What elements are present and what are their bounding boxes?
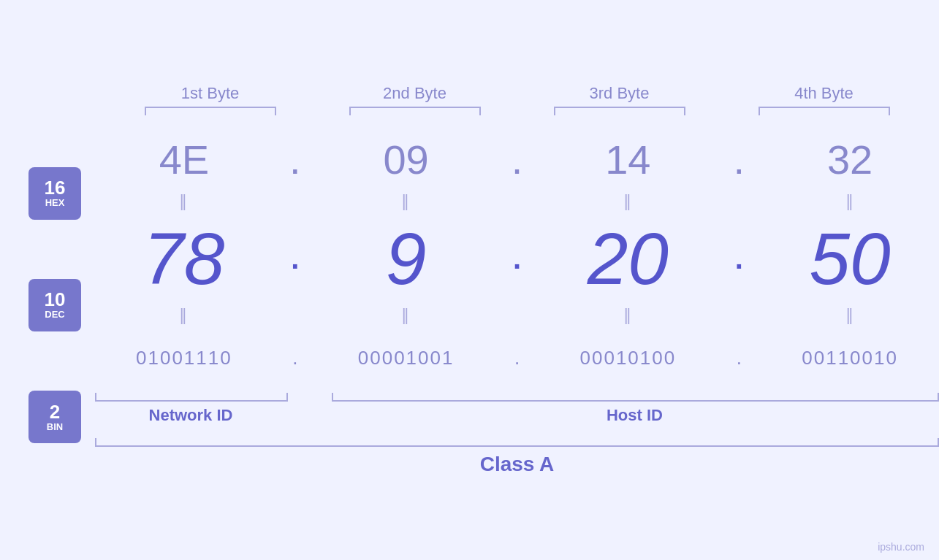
class-label: Class A [95,453,939,476]
hex-cell-2: 09 [317,136,495,183]
dec-val-4: 50 [810,217,891,301]
byte-header-1: 1st Byte [130,84,291,103]
hex-cell-4: 32 [761,136,939,183]
hex-sep-2: . [495,136,539,183]
byte-header-2: 2nd Byte [335,84,495,103]
bin-badge-label: BIN [47,421,63,432]
hex-cell-3: 14 [539,136,718,183]
dec-sep-3: . [717,242,761,275]
bin-cell-4: 00110010 [761,347,939,369]
bin-sep-3: . [717,347,761,369]
bin-badge: 2 BIN [28,391,81,443]
bin-val-2: 00001001 [358,347,455,369]
dec-val-2: 9 [386,217,427,301]
eq2-1: ‖ [95,306,273,325]
bin-sep-1: . [273,347,317,369]
dec-row: 78 . 9 . 20 . [95,215,939,302]
dec-val-3: 20 [588,217,669,301]
byte-headers-row: 1st Byte 2nd Byte 3rd Byte 4th Byte [130,84,905,103]
bottom-brackets [95,393,939,402]
dec-badge-num: 10 [45,290,66,309]
network-bracket [95,393,288,402]
eq1-2: ‖ [317,192,495,211]
bin-val-1: 01001110 [136,347,232,369]
badges-column: 16 HEX 10 DEC 2 BIN [0,130,95,473]
eq2-3: ‖ [539,306,718,325]
bracket-top-4 [744,107,905,115]
eq1-3: ‖ [539,192,718,211]
host-bracket [332,393,939,402]
equals-row-1: ‖ ‖ ‖ ‖ [95,188,939,215]
hex-val-4: 32 [827,136,873,183]
bracket-top-2 [335,107,495,115]
eq1-4: ‖ [761,192,939,211]
bin-val-4: 00110010 [802,347,898,369]
main-container: 1st Byte 2nd Byte 3rd Byte 4th Byte [0,0,939,560]
full-layout: 1st Byte 2nd Byte 3rd Byte 4th Byte [0,84,939,476]
bin-row: 01001110 . 00001001 . 00010100 [95,329,939,387]
bracket-top-3 [539,107,700,115]
hex-val-2: 09 [383,136,428,183]
dec-val-1: 78 [143,217,224,301]
network-id-label: Network ID [95,406,286,425]
eq1-1: ‖ [95,192,273,211]
bin-cell-2: 00001001 [317,347,495,369]
bin-val-3: 00010100 [580,347,677,369]
eq2-2: ‖ [317,306,495,325]
byte-header-3: 3rd Byte [539,84,700,103]
id-labels-row: Network ID Host ID [95,406,939,425]
values-grid: 4E . 09 . 14 . [95,130,939,476]
dec-badge-label: DEC [45,309,64,320]
dec-sep-2: . [495,242,539,275]
hex-badge-num: 16 [45,178,66,197]
class-section: Class A [95,438,939,476]
dec-sep-1: . [273,242,317,275]
bin-badge-num: 2 [50,402,60,421]
hex-badge-label: HEX [45,197,65,208]
watermark: ipshu.com [878,541,924,553]
bracket-top-1 [130,107,291,115]
hex-sep-1: . [273,136,317,183]
bin-cell-3: 00010100 [539,347,718,369]
hex-cell-1: 4E [95,136,273,183]
dec-cell-1: 78 [95,217,273,301]
host-id-label: Host ID [330,406,939,425]
dec-cell-4: 50 [761,217,939,301]
dec-cell-2: 9 [317,217,495,301]
hex-val-1: 4E [159,136,210,183]
bin-cell-1: 01001110 [95,347,273,369]
hex-row: 4E . 09 . 14 . [95,130,939,188]
bin-sep-2: . [495,347,539,369]
top-brackets-row [130,107,905,115]
hex-val-3: 14 [605,136,650,183]
dec-cell-3: 20 [539,217,718,301]
byte-header-4: 4th Byte [744,84,905,103]
equals-row-2: ‖ ‖ ‖ ‖ [95,302,939,329]
hex-sep-3: . [717,136,761,183]
hex-badge: 16 HEX [28,167,81,220]
data-area: 16 HEX 10 DEC 2 BIN 4E [0,130,939,476]
class-bracket [95,438,939,447]
dec-badge: 10 DEC [28,279,81,331]
eq2-4: ‖ [761,306,939,325]
